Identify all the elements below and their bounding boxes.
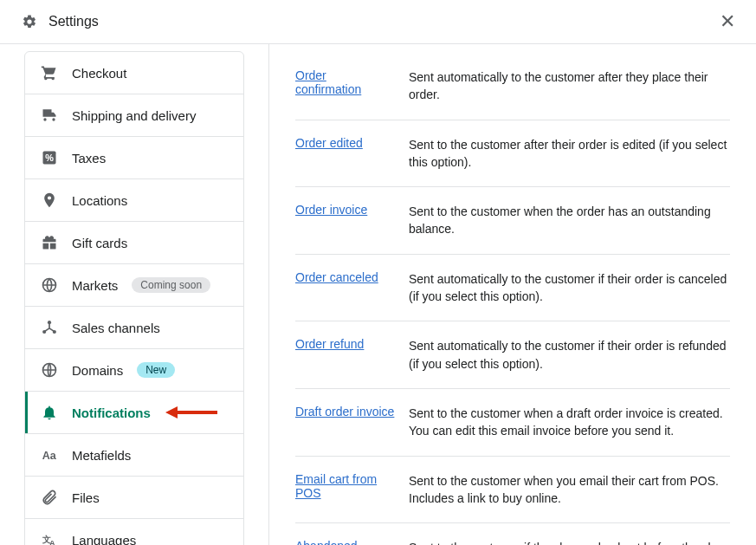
- notification-row: Abandoned checkoutSent to the customer i…: [295, 523, 730, 545]
- notification-row: Order refundSent automatically to the cu…: [295, 321, 730, 389]
- sidebar-item-taxes[interactable]: Taxes: [25, 137, 243, 179]
- sidebar-item-label: Files: [72, 490, 100, 505]
- notification-description: Sent automatically to the customer after…: [409, 68, 730, 104]
- notification-link[interactable]: Order edited: [295, 136, 363, 150]
- notification-link[interactable]: Email cart from POS: [295, 472, 377, 500]
- gear-icon: [21, 13, 38, 30]
- pin-icon: [41, 191, 58, 209]
- notification-name-cell: Draft order invoice: [295, 405, 395, 440]
- notification-row: Email cart from POSSent to the customer …: [295, 457, 730, 524]
- notification-link[interactable]: Draft order invoice: [295, 405, 394, 418]
- cart-icon: [41, 64, 58, 81]
- percent-icon: [41, 149, 58, 166]
- sidebar-item-notifications[interactable]: Notifications: [25, 392, 243, 434]
- close-icon[interactable]: ✕: [720, 10, 735, 33]
- sidebar-item-label: Taxes: [72, 151, 106, 165]
- notification-row: Order confirmationSent automatically to …: [295, 62, 730, 120]
- channels-icon: [41, 319, 58, 336]
- globe-icon: [41, 276, 58, 294]
- settings-sidebar: CheckoutShipping and deliveryTaxesLocati…: [0, 44, 268, 545]
- domains-icon: [41, 361, 58, 379]
- notification-link[interactable]: Order canceled: [295, 270, 378, 284]
- notification-link[interactable]: Order refund: [295, 337, 364, 351]
- notification-description: Sent to the customer if they leave check…: [409, 539, 730, 545]
- badge: New: [137, 362, 175, 378]
- notification-description: Sent to the customer when a draft order …: [409, 405, 730, 440]
- sidebar-item-label: Sales channels: [72, 321, 160, 335]
- sidebar-item-gift-cards[interactable]: Gift cards: [25, 222, 243, 264]
- notification-name-cell: Order refund: [295, 337, 395, 373]
- truck-icon: [41, 107, 58, 124]
- sidebar-item-checkout[interactable]: Checkout: [25, 52, 243, 94]
- notification-name-cell: Email cart from POS: [295, 472, 395, 508]
- content: CheckoutShipping and deliveryTaxesLocati…: [0, 44, 756, 545]
- notification-name-cell: Abandoned checkout: [295, 539, 395, 545]
- sidebar-item-metafields[interactable]: Metafields: [25, 434, 243, 477]
- sidebar-item-label: Notifications: [72, 406, 151, 420]
- sidebar-list: CheckoutShipping and deliveryTaxesLocati…: [24, 51, 244, 545]
- sidebar-item-files[interactable]: Files: [25, 477, 243, 519]
- sidebar-item-shipping-and-delivery[interactable]: Shipping and delivery: [25, 94, 243, 137]
- header-left: Settings: [21, 13, 99, 30]
- annotation-arrow-icon: [165, 404, 217, 421]
- sidebar-item-label: Metafields: [72, 448, 131, 463]
- notification-link[interactable]: Abandoned checkout: [295, 539, 358, 545]
- notification-row: Order canceledSent automatically to the …: [295, 255, 730, 322]
- gift-icon: [41, 234, 58, 251]
- notification-description: Sent automatically to the customer if th…: [409, 337, 730, 373]
- notification-name-cell: Order confirmation: [295, 68, 395, 104]
- sidebar-item-label: Languages: [72, 533, 136, 546]
- sidebar-item-sales-channels[interactable]: Sales channels: [25, 307, 243, 349]
- settings-header: Settings ✕: [0, 0, 756, 44]
- sidebar-item-domains[interactable]: DomainsNew: [25, 349, 243, 392]
- notification-name-cell: Order invoice: [295, 203, 395, 238]
- languages-icon: [41, 531, 58, 545]
- notification-description: Sent automatically to the customer if th…: [409, 270, 730, 306]
- sidebar-item-label: Locations: [72, 193, 127, 208]
- notification-description: Sent to the customer after their order i…: [409, 136, 730, 172]
- sidebar-item-label: Domains: [72, 363, 123, 378]
- sidebar-item-label: Checkout: [72, 66, 126, 81]
- attachment-icon: [41, 489, 58, 506]
- metafields-icon: [41, 446, 58, 464]
- notification-description: Sent to the customer when the order has …: [409, 203, 730, 238]
- page-title: Settings: [48, 14, 99, 29]
- notification-description: Sent to the customer when you email thei…: [409, 472, 730, 508]
- notification-row: Order invoiceSent to the customer when t…: [295, 187, 730, 255]
- notifications-panel: Order confirmationSent automatically to …: [268, 44, 756, 545]
- sidebar-item-markets[interactable]: MarketsComing soon: [25, 264, 243, 307]
- sidebar-item-languages[interactable]: Languages: [25, 519, 243, 545]
- bell-icon: [41, 404, 58, 421]
- notification-row: Order editedSent to the customer after t…: [295, 120, 730, 188]
- notification-link[interactable]: Order invoice: [295, 203, 367, 217]
- notification-name-cell: Order canceled: [295, 270, 395, 306]
- sidebar-item-locations[interactable]: Locations: [25, 179, 243, 222]
- notification-row: Draft order invoiceSent to the customer …: [295, 389, 730, 457]
- notification-name-cell: Order edited: [295, 136, 395, 172]
- sidebar-item-label: Markets: [72, 278, 118, 293]
- sidebar-item-label: Shipping and delivery: [72, 108, 196, 123]
- notification-link[interactable]: Order confirmation: [295, 68, 361, 96]
- badge: Coming soon: [132, 277, 210, 293]
- sidebar-item-label: Gift cards: [72, 236, 127, 250]
